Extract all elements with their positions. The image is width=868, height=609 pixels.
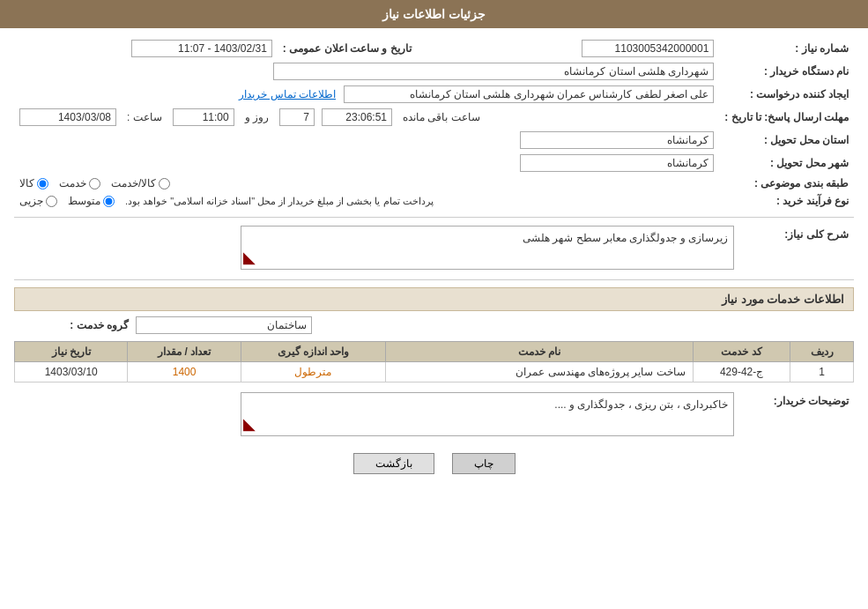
buyer-org-label: نام دستگاه خریدار :	[719, 60, 854, 83]
category-khedmat-label: خدمت	[59, 177, 86, 189]
response-time: 11:00	[173, 108, 234, 126]
need-description-table: شرح کلی نیاز: زیرسازی و جدولگذاری معابر …	[14, 223, 854, 272]
category-label: طبقه بندی موضوعی :	[719, 175, 854, 192]
service-group-row: گروه خدمت : ساختمان	[14, 316, 854, 334]
service-name: ساخت سایر پروژه‌های مهندسی عمران	[386, 362, 694, 382]
divider-2	[14, 279, 854, 280]
response-date: 1403/03/08	[19, 108, 116, 126]
category-khedmat-radio[interactable]	[89, 178, 100, 189]
service-unit: مترطول	[241, 362, 385, 382]
buyer-desc-value: خاکبرداری ، بتن ریزی ، جدولگذاری و ....	[554, 398, 728, 411]
services-table: ردیف کد خدمت نام خدمت واحد اندازه گیری ت…	[14, 341, 854, 382]
response-remaining-label: ساعت باقی مانده	[403, 111, 480, 123]
delivery-city-value: کرمانشاه	[520, 154, 714, 172]
purchase-type-jozi-option[interactable]: جزیی	[19, 195, 57, 207]
service-group-value: ساختمان	[136, 316, 312, 334]
purchase-type-jozi-label: جزیی	[19, 195, 43, 207]
category-kala-radio[interactable]	[37, 178, 48, 189]
delivery-province-label: استان محل تحویل :	[719, 129, 854, 152]
buyer-desc-label: توضیحات خریدار:	[774, 395, 849, 407]
need-description-box: زیرسازی و جدولگذاری معابر سطح شهر هلشی ◣	[241, 226, 734, 270]
response-time-label: ساعت :	[127, 111, 162, 123]
need-number-label: شماره نیاز :	[719, 37, 854, 60]
description-arrow-icon: ◣	[243, 248, 256, 267]
announce-date-label: تاریخ و ساعت اعلان عمومی :	[278, 37, 436, 60]
response-deadline-label: مهلت ارسال پاسخ: تا تاریخ :	[719, 106, 854, 129]
print-button[interactable]: چاپ	[452, 453, 516, 474]
service-code: ج-42-429	[693, 362, 790, 382]
need-description-value: زیرسازی و جدولگذاری معابر سطح شهر هلشی	[523, 232, 728, 244]
service-need-date: 1403/03/10	[15, 362, 128, 382]
response-remaining: 23:06:51	[322, 108, 392, 126]
category-kala-label: کالا	[19, 177, 34, 189]
services-col-date: تاریخ نیاز	[15, 342, 128, 362]
services-col-unit: واحد اندازه گیری	[241, 342, 385, 362]
info-table: شماره نیاز : 1103005342000001 تاریخ و سا…	[14, 37, 854, 210]
services-col-name: نام خدمت	[386, 342, 694, 362]
creator-label: ایجاد کننده درخواست :	[719, 83, 854, 106]
table-row: 1 ج-42-429 ساخت سایر پروژه‌های مهندسی عم…	[15, 362, 854, 382]
category-kala-option[interactable]: کالا	[19, 177, 48, 189]
need-number-value: 1103005342000001	[582, 40, 714, 57]
purchase-type-jozi-radio[interactable]	[46, 196, 57, 207]
delivery-province-value: کرمانشاه	[520, 131, 714, 149]
announce-date-value: 1403/02/31 - 11:07	[131, 40, 272, 57]
category-kala-khedmat-radio[interactable]	[159, 178, 170, 189]
main-content: شماره نیاز : 1103005342000001 تاریخ و سا…	[0, 28, 868, 497]
purchase-type-label: نوع فرآیند خرید :	[719, 192, 854, 210]
buyer-desc-box: خاکبرداری ، بتن ریزی ، جدولگذاری و .... …	[241, 392, 734, 436]
service-quantity: 1400	[128, 362, 241, 382]
bottom-buttons: بازگشت چاپ	[14, 453, 854, 474]
need-description-section-title: شرح کلی نیاز:	[784, 228, 849, 241]
buyer-desc-arrow-icon: ◣	[243, 414, 256, 434]
page-header: جزئیات اطلاعات نیاز	[0, 0, 868, 28]
purchase-type-motavasset-radio[interactable]	[103, 196, 115, 207]
services-col-row: ردیف	[790, 342, 854, 362]
purchase-type-note: پرداخت تمام یا بخشی از مبلغ خریدار از مح…	[125, 196, 434, 207]
purchase-type-motavasset-label: متوسط	[68, 195, 100, 207]
services-col-qty: تعداد / مقدار	[128, 342, 241, 362]
divider-1	[14, 217, 854, 218]
services-section-title: اطلاعات خدمات مورد نیاز	[14, 287, 854, 311]
creator-value: علی اصغر لطفی کارشناس عمران شهرداری هلشی…	[344, 85, 714, 103]
page-container: جزئیات اطلاعات نیاز شماره نیاز : 1103005…	[0, 0, 868, 609]
category-kala-khedmat-label: کالا/خدمت	[111, 177, 156, 189]
creator-contact-link[interactable]: اطلاعات تماس خریدار	[239, 88, 336, 100]
delivery-city-label: شهر محل تحویل :	[719, 152, 854, 175]
services-col-code: کد خدمت	[693, 342, 790, 362]
category-khedmat-option[interactable]: خدمت	[59, 177, 100, 189]
back-button[interactable]: بازگشت	[353, 453, 434, 474]
purchase-type-motavasset-option[interactable]: متوسط	[68, 195, 115, 207]
service-group-label: گروه خدمت :	[14, 319, 129, 331]
response-days-label: روز و	[245, 111, 269, 123]
buyer-org-value: شهرداری هلشی استان کرمانشاه	[273, 63, 714, 80]
buyer-desc-table: توضیحات خریدار: خاکبرداری ، بتن ریزی ، ج…	[14, 390, 854, 439]
page-title: جزئیات اطلاعات نیاز	[382, 7, 486, 21]
row-num: 1	[790, 362, 854, 382]
response-days: 7	[279, 108, 315, 126]
category-kala-khedmat-option[interactable]: کالا/خدمت	[111, 177, 170, 189]
